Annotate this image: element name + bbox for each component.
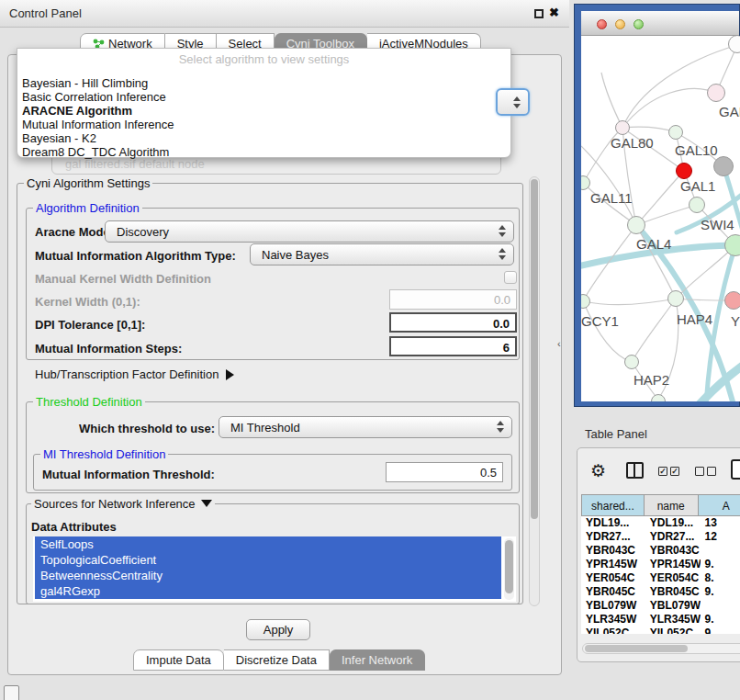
cell: 9. — [701, 613, 740, 627]
tab-infer-network[interactable]: Infer Network — [330, 649, 425, 671]
dpi-tolerance-input[interactable]: 0.0 — [389, 312, 517, 333]
hub-definition-toggle[interactable]: Hub/Transcription Factor Definition — [35, 367, 234, 381]
menu-item[interactable]: Bayesian - Hill Climbing — [22, 76, 148, 90]
list-item[interactable]: gal4RGexp — [35, 583, 501, 599]
minimize-window-icon[interactable] — [615, 19, 625, 29]
which-threshold-label: Which threshold to use: — [79, 422, 215, 435]
network-node[interactable] — [667, 290, 684, 307]
mi-algorithm-type-label: Mutual Information Algorithm Type: — [35, 249, 236, 263]
panel-divider-handle[interactable]: ‹ — [557, 338, 561, 349]
node-label: GCY1 — [581, 313, 619, 329]
network-source-value: gal filtered.sif default node — [65, 157, 205, 171]
list-item[interactable]: BetweennessCentrality — [35, 568, 501, 583]
menu-item[interactable]: Mutual Information Inference — [22, 118, 174, 131]
network-canvas[interactable]: GAL GAL80 GAL10 GAL1 SWI4 GAL11 GAL4 GCY… — [581, 36, 740, 401]
checked-box-icon[interactable]: ✓ — [670, 467, 679, 476]
data-attributes-label: Data Attributes — [31, 520, 117, 534]
settings-scrollbar-thumb[interactable] — [531, 179, 538, 519]
apply-button[interactable]: Apply — [246, 619, 310, 640]
table-row[interactable]: YIL052CYIL052C9 — [581, 627, 740, 634]
cell: YPR145W — [645, 558, 701, 571]
network-node-selected[interactable] — [676, 163, 692, 179]
maximize-window-icon[interactable] — [633, 19, 644, 29]
float-panel-icon[interactable] — [534, 9, 544, 18]
network-node[interactable] — [668, 125, 683, 140]
aracne-mode-combobox[interactable]: Discovery — [105, 220, 514, 243]
column-header[interactable]: name — [645, 494, 699, 516]
tab-impute-data[interactable]: Impute Data — [133, 649, 224, 671]
cell: YDR27... — [645, 530, 701, 544]
table-row[interactable]: YPR145WYPR145W9. — [581, 558, 740, 571]
mi-algorithm-type-combobox[interactable]: Naive Bayes — [250, 243, 514, 265]
table-row[interactable]: YBR045CYBR045C9. — [581, 585, 740, 599]
cell: YBR045C — [645, 585, 701, 599]
control-panel-title: Control Panel — [9, 6, 82, 20]
column-header[interactable]: A — [699, 494, 740, 516]
mi-steps-input[interactable]: 6 — [389, 336, 517, 356]
sources-label: Sources for Network Inference — [34, 497, 196, 511]
algorithm-dropdown-hint: Select algorithm to view settings — [17, 52, 510, 66]
kernel-width-label: Kernel Width (0,1): — [35, 295, 140, 309]
mutual-information-threshold-label: Mutual Information Threshold: — [42, 468, 215, 481]
table-row[interactable]: YBR043CYBR043C — [581, 544, 740, 558]
table-row[interactable]: YER054CYER054C8. — [581, 571, 740, 585]
network-node[interactable] — [713, 156, 734, 176]
table-row[interactable]: YDL19...YDL19...13 — [581, 516, 740, 530]
network-node[interactable] — [624, 355, 639, 369]
cell: YDR27... — [581, 530, 645, 544]
menu-item[interactable]: Dream8 DC_TDC Algorithm — [22, 145, 169, 159]
cell — [701, 544, 740, 558]
gear-icon[interactable]: ⚙ — [590, 460, 606, 481]
settings-scrollbar[interactable] — [529, 176, 540, 606]
table-row[interactable]: YBL079WYBL079W — [581, 599, 740, 613]
algorithm-combobox-fragment[interactable] — [496, 88, 530, 116]
expand-arrow-icon — [226, 369, 234, 380]
network-node[interactable] — [627, 216, 645, 234]
cell: 9 — [701, 627, 740, 634]
column-header[interactable]: shared... — [581, 494, 645, 516]
table-horizontal-scrollbar[interactable] — [582, 643, 740, 654]
network-window-titlebar[interactable] — [581, 11, 739, 36]
network-node[interactable] — [615, 120, 630, 135]
which-threshold-combobox[interactable]: MI Threshold — [219, 416, 512, 438]
menu-item[interactable]: Bayesian - K2 — [22, 131, 96, 145]
node-label: SWI4 — [701, 217, 734, 232]
network-node[interactable] — [689, 197, 705, 213]
manual-kernel-width-checkbox[interactable] — [504, 271, 517, 284]
list-scrollbar[interactable] — [504, 538, 514, 600]
table-panel-title: Table Panel — [585, 427, 647, 441]
cell: YBR043C — [645, 544, 701, 558]
tool-panel-grip[interactable] — [4, 685, 19, 700]
cell: YIL052C — [581, 627, 645, 634]
list-item[interactable]: TopologicalCoefficient — [35, 552, 501, 568]
cell: 12 — [701, 530, 740, 544]
mutual-information-threshold-input[interactable]: 0.5 — [386, 462, 503, 482]
menu-item-selected[interactable]: ARACNE Algorithm — [22, 104, 132, 118]
columns-icon[interactable] — [626, 462, 644, 479]
close-window-icon[interactable] — [597, 19, 607, 29]
function-builder-icon[interactable] — [731, 459, 740, 480]
tab-discretize-data[interactable]: Discretize Data — [224, 649, 330, 671]
sources-toggle[interactable]: Sources for Network Inference — [31, 497, 215, 511]
list-item[interactable]: SelfLoops — [35, 536, 501, 552]
tab-impute-data-label: Impute Data — [146, 653, 211, 667]
cell — [701, 599, 740, 613]
close-panel-icon[interactable]: ✖ — [549, 6, 559, 19]
list-scrollbar-thumb[interactable] — [505, 540, 513, 593]
table-row[interactable]: YLR345WYLR345W9. — [581, 613, 740, 627]
data-attributes-list: SelfLoops TopologicalCoefficient Between… — [33, 536, 516, 602]
mi-steps-label: Mutual Information Steps: — [35, 342, 182, 356]
table-scrollbar-thumb[interactable] — [585, 645, 688, 652]
kernel-width-input[interactable]: 0.0 — [389, 289, 517, 310]
table-row[interactable]: YDR27...YDR27...12 — [581, 530, 740, 544]
network-node[interactable] — [724, 234, 740, 256]
manual-kernel-width-label: Manual Kernel Width Definition — [35, 272, 211, 286]
unchecked-box-icon[interactable] — [707, 467, 716, 476]
network-window: GAL GAL80 GAL10 GAL1 SWI4 GAL11 GAL4 GCY… — [574, 4, 740, 407]
network-node[interactable] — [724, 291, 740, 310]
unchecked-box-icon[interactable] — [695, 467, 704, 476]
network-node[interactable] — [707, 84, 725, 102]
checked-box-icon[interactable]: ✓ — [658, 467, 667, 476]
network-tab-icon — [93, 36, 105, 47]
menu-item[interactable]: Basic Correlation Inference — [22, 90, 166, 104]
